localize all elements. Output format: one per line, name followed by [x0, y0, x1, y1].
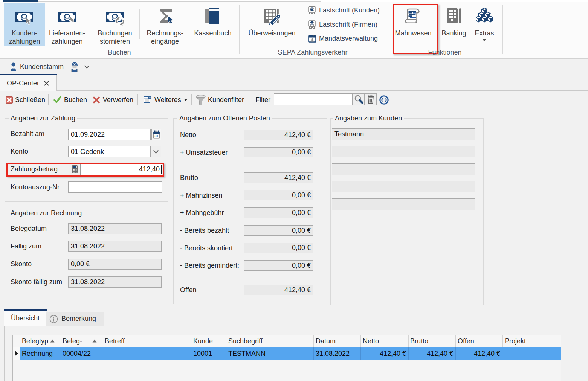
svg-text:31: 31	[154, 134, 158, 138]
